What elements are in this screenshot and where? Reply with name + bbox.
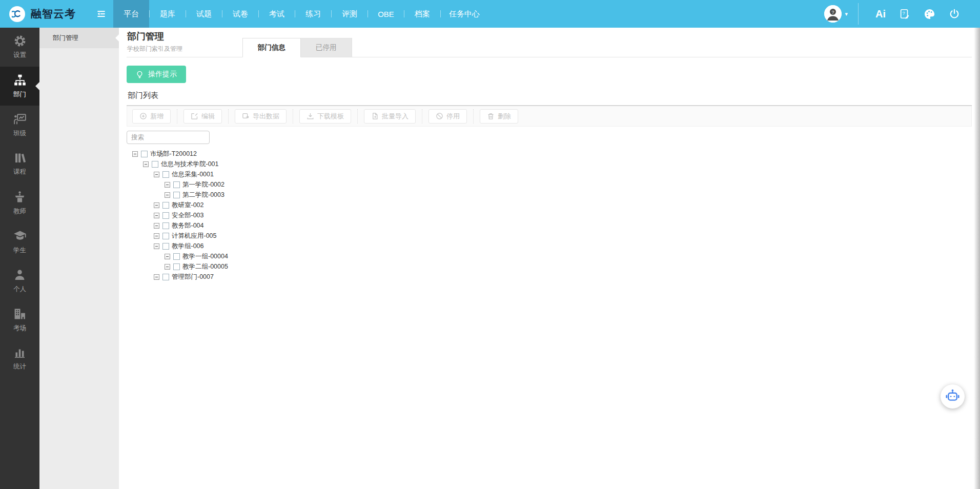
- delete-button[interactable]: 删除: [480, 109, 518, 124]
- tree-checkbox[interactable]: [162, 171, 169, 178]
- tree-node: 计算机应用-005: [127, 231, 972, 241]
- submenu-item-department-management[interactable]: 部门管理: [39, 28, 119, 48]
- collapse-toggle-icon[interactable]: [154, 274, 159, 280]
- sidebar-item-label: 统计: [13, 362, 26, 371]
- operation-tip-button[interactable]: 操作提示: [127, 66, 186, 83]
- menu-fold-icon[interactable]: [96, 9, 106, 19]
- tree-node-label[interactable]: 安全部-003: [172, 211, 204, 220]
- collapse-toggle-icon[interactable]: [165, 192, 170, 198]
- main-content: 部门管理 学校部门索引及管理 部门信息 已停用 操作提示 部门列表 新增: [119, 28, 980, 489]
- export-data-button[interactable]: 导出数据: [235, 109, 287, 124]
- add-button[interactable]: 新增: [132, 109, 171, 124]
- tab-department-info[interactable]: 部门信息: [242, 38, 301, 57]
- tree-node: 教务部-004: [127, 220, 972, 231]
- chevron-down-icon[interactable]: ▾: [845, 11, 848, 17]
- tree-node-label[interactable]: 市场部-T200012: [150, 150, 197, 158]
- lightbulb-icon: [136, 71, 144, 78]
- tab-disabled[interactable]: 已停用: [301, 38, 352, 57]
- batch-import-button[interactable]: 批量导入: [364, 109, 416, 124]
- tree-checkbox[interactable]: [173, 192, 180, 198]
- tree-node-label[interactable]: 第一学院-0002: [182, 180, 224, 189]
- tree-checkbox[interactable]: [162, 212, 169, 219]
- sidebar-item-exam-rooms[interactable]: 考场: [0, 300, 39, 339]
- search-input[interactable]: [127, 131, 210, 144]
- sidebar-item-teachers[interactable]: 教师: [0, 184, 39, 222]
- disable-button[interactable]: 停用: [428, 109, 467, 124]
- tree-checkbox[interactable]: [162, 243, 169, 250]
- svg-text:?: ?: [903, 11, 905, 16]
- sidebar-item-classes[interactable]: 班级: [0, 106, 39, 145]
- tree-checkbox[interactable]: [162, 274, 169, 280]
- collapse-toggle-icon[interactable]: [132, 151, 138, 157]
- theme-palette-icon[interactable]: [924, 8, 935, 20]
- help-manual-icon[interactable]: ?: [899, 8, 910, 19]
- sidebar-item-statistics[interactable]: 统计: [0, 339, 39, 378]
- export-icon: [242, 112, 250, 120]
- tree-node-label[interactable]: 信息采集-0001: [172, 170, 214, 179]
- tree-checkbox[interactable]: [152, 161, 158, 168]
- nav-item-exams[interactable]: 考试: [259, 0, 295, 28]
- sidebar-item-courses[interactable]: 课程: [0, 145, 39, 184]
- nav-item-practice[interactable]: 练习: [295, 0, 331, 28]
- sidebar-item-personal[interactable]: 个人: [0, 261, 39, 300]
- tree-checkbox[interactable]: [173, 263, 180, 270]
- user-menu[interactable]: ? ▾: [824, 5, 848, 23]
- sidebar-item-label: 个人: [13, 285, 26, 294]
- sidebar-item-students[interactable]: 学生: [0, 222, 39, 261]
- collapse-toggle-icon[interactable]: [165, 254, 170, 259]
- toolbar-separator: [228, 109, 229, 124]
- tree-node-label[interactable]: 教务部-004: [172, 221, 204, 230]
- tree-node-label[interactable]: 信息与技术学院-001: [161, 160, 219, 169]
- avatar[interactable]: ?: [824, 5, 842, 23]
- edit-button[interactable]: 编辑: [183, 109, 222, 124]
- download-template-button-label: 下载模板: [317, 112, 344, 121]
- collapse-toggle-icon[interactable]: [154, 202, 159, 208]
- collapse-toggle-icon[interactable]: [154, 213, 159, 218]
- building-icon: [13, 308, 26, 320]
- nav-item-papers[interactable]: 试卷: [222, 0, 258, 28]
- toolbar-separator: [293, 109, 293, 124]
- page-title: 部门管理: [127, 30, 164, 43]
- sidebar-item-settings[interactable]: 设置: [0, 28, 39, 67]
- nav-item-obe[interactable]: OBE: [368, 0, 404, 28]
- collapse-toggle-icon[interactable]: [143, 161, 149, 167]
- tree-checkbox[interactable]: [162, 202, 169, 209]
- tree-node-label[interactable]: 第二学院-0003: [182, 191, 224, 199]
- topbar-divider: [858, 3, 859, 25]
- app-logo-icon: [9, 6, 25, 22]
- tree-checkbox[interactable]: [173, 181, 180, 188]
- tree-checkbox[interactable]: [141, 151, 148, 157]
- robot-icon: [945, 389, 961, 404]
- collapse-toggle-icon[interactable]: [165, 264, 170, 270]
- tree-node-label[interactable]: 教学二组-00005: [182, 262, 228, 271]
- nav-item-platform[interactable]: 平台: [113, 0, 149, 28]
- download-template-button[interactable]: 下载模板: [299, 109, 351, 124]
- tree-checkbox[interactable]: [162, 233, 169, 239]
- collapse-toggle-icon[interactable]: [154, 223, 159, 229]
- plus-circle-icon: [139, 112, 147, 120]
- import-file-icon: [371, 112, 379, 120]
- nav-item-questions[interactable]: 试题: [186, 0, 222, 28]
- tree-node-label[interactable]: 教学一组-00004: [182, 252, 228, 261]
- tree-checkbox[interactable]: [162, 222, 169, 229]
- ai-assistant-icon[interactable]: Ai: [875, 9, 886, 19]
- collapse-toggle-icon[interactable]: [154, 172, 159, 177]
- collapse-toggle-icon[interactable]: [165, 182, 170, 188]
- tree-node-label[interactable]: 教学组-006: [172, 242, 204, 251]
- nav-item-archives[interactable]: 档案: [404, 0, 440, 28]
- nav-item-question-bank[interactable]: 题库: [150, 0, 186, 28]
- collapse-toggle-icon[interactable]: [154, 243, 159, 249]
- tree-checkbox[interactable]: [173, 253, 180, 260]
- logout-power-icon[interactable]: [949, 8, 960, 19]
- sidebar-item-departments[interactable]: 部门: [0, 67, 39, 106]
- tree-node-label[interactable]: 教研室-002: [172, 201, 204, 210]
- ai-robot-fab[interactable]: [941, 384, 965, 409]
- tree-node-label[interactable]: 管理部门-0007: [172, 273, 214, 281]
- nav-item-task-center[interactable]: 任务中心: [441, 0, 488, 28]
- nav-item-evaluation[interactable]: 评测: [332, 0, 368, 28]
- collapse-toggle-icon[interactable]: [154, 233, 159, 239]
- tree-node-label[interactable]: 计算机应用-005: [172, 232, 217, 240]
- topbar: 融智云考 平台 题库 试题 试卷 考试 练习 评测 OBE 档案 任务中心: [0, 0, 980, 28]
- sidebar-item-label: 考场: [13, 324, 26, 333]
- tree-node: 信息与技术学院-001: [127, 159, 972, 169]
